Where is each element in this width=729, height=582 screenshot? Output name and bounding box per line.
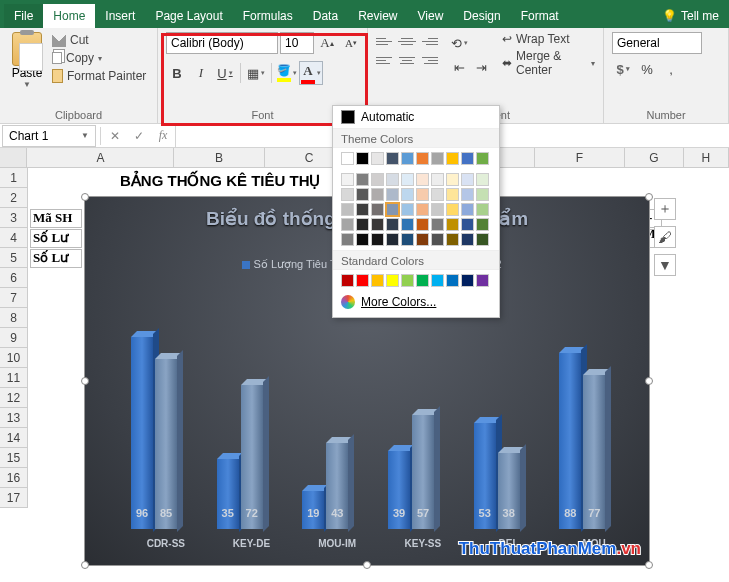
color-swatch[interactable]: [371, 218, 384, 231]
cell-a3[interactable]: Mã SH: [30, 209, 82, 228]
automatic-color-button[interactable]: Automatic: [333, 106, 499, 128]
tab-format[interactable]: Format: [511, 4, 569, 28]
color-swatch[interactable]: [356, 203, 369, 216]
format-painter-button[interactable]: Format Painter: [50, 68, 148, 84]
color-swatch[interactable]: [431, 173, 444, 186]
color-swatch[interactable]: [371, 203, 384, 216]
color-swatch[interactable]: [461, 274, 474, 287]
color-swatch[interactable]: [446, 233, 459, 246]
row-header[interactable]: 6: [0, 268, 28, 288]
color-swatch[interactable]: [356, 173, 369, 186]
color-swatch[interactable]: [431, 233, 444, 246]
row-header[interactable]: 7: [0, 288, 28, 308]
color-swatch[interactable]: [461, 188, 474, 201]
name-box[interactable]: Chart 1▼: [2, 125, 96, 147]
color-swatch[interactable]: [401, 152, 414, 165]
tab-file[interactable]: File: [4, 4, 43, 28]
number-format-combo[interactable]: [612, 32, 702, 54]
color-swatch[interactable]: [386, 274, 399, 287]
paste-button[interactable]: Paste ▼: [8, 32, 46, 89]
row-header[interactable]: 16: [0, 468, 28, 488]
tab-page-layout[interactable]: Page Layout: [145, 4, 232, 28]
wrap-text-button[interactable]: ↩Wrap Text: [502, 32, 595, 46]
comma-button[interactable]: ,: [660, 58, 682, 80]
color-swatch[interactable]: [476, 173, 489, 186]
color-swatch[interactable]: [476, 233, 489, 246]
color-swatch[interactable]: [431, 218, 444, 231]
decrease-indent-button[interactable]: ⇤: [448, 56, 470, 78]
color-swatch[interactable]: [401, 188, 414, 201]
color-swatch[interactable]: [446, 203, 459, 216]
increase-font-button[interactable]: A▴: [316, 32, 338, 54]
tab-review[interactable]: Review: [348, 4, 407, 28]
color-swatch[interactable]: [431, 152, 444, 165]
color-swatch[interactable]: [356, 274, 369, 287]
color-swatch[interactable]: [476, 188, 489, 201]
color-swatch[interactable]: [431, 203, 444, 216]
cell-a4[interactable]: Số Lư: [30, 229, 82, 248]
color-swatch[interactable]: [356, 152, 369, 165]
color-swatch[interactable]: [416, 218, 429, 231]
row-header[interactable]: 4: [0, 228, 28, 248]
color-swatch[interactable]: [416, 188, 429, 201]
color-swatch[interactable]: [341, 233, 354, 246]
color-swatch[interactable]: [461, 233, 474, 246]
color-swatch[interactable]: [386, 152, 399, 165]
tab-data[interactable]: Data: [303, 4, 348, 28]
color-swatch[interactable]: [461, 203, 474, 216]
color-swatch[interactable]: [386, 233, 399, 246]
color-swatch[interactable]: [386, 173, 399, 186]
color-swatch[interactable]: [356, 233, 369, 246]
color-swatch[interactable]: [341, 152, 354, 165]
bold-button[interactable]: B: [166, 62, 188, 84]
color-swatch[interactable]: [371, 152, 384, 165]
row-header[interactable]: 5: [0, 248, 28, 268]
more-colors-button[interactable]: More Colors...: [333, 291, 499, 313]
color-swatch[interactable]: [401, 274, 414, 287]
color-swatch[interactable]: [461, 173, 474, 186]
percent-button[interactable]: %: [636, 58, 658, 80]
row-header[interactable]: 14: [0, 428, 28, 448]
color-swatch[interactable]: [371, 173, 384, 186]
color-swatch[interactable]: [461, 152, 474, 165]
color-swatch[interactable]: [341, 173, 354, 186]
color-swatch[interactable]: [476, 152, 489, 165]
color-swatch[interactable]: [386, 218, 399, 231]
color-swatch[interactable]: [476, 218, 489, 231]
color-swatch[interactable]: [341, 188, 354, 201]
row-header[interactable]: 9: [0, 328, 28, 348]
color-swatch[interactable]: [446, 173, 459, 186]
tab-design[interactable]: Design: [453, 4, 510, 28]
color-swatch[interactable]: [371, 233, 384, 246]
decrease-font-button[interactable]: A▾: [340, 32, 362, 54]
bar-series1[interactable]: [559, 353, 581, 529]
tab-tell-me[interactable]: 💡Tell me: [652, 4, 729, 28]
currency-button[interactable]: $: [612, 58, 634, 80]
color-swatch[interactable]: [401, 173, 414, 186]
color-swatch[interactable]: [446, 152, 459, 165]
color-swatch[interactable]: [446, 188, 459, 201]
cancel-fx-button[interactable]: ✕: [103, 129, 127, 143]
copy-button[interactable]: Copy ▾: [50, 50, 148, 66]
bar-series2[interactable]: [155, 359, 177, 529]
tab-home[interactable]: Home: [43, 4, 95, 28]
color-swatch[interactable]: [341, 218, 354, 231]
increase-indent-button[interactable]: ⇥: [470, 56, 492, 78]
chart-filter-button[interactable]: ▼: [654, 254, 676, 276]
color-swatch[interactable]: [416, 274, 429, 287]
fx-button[interactable]: fx: [151, 128, 175, 143]
chart-style-button[interactable]: 🖌: [654, 226, 676, 248]
row-header[interactable]: 1: [0, 168, 28, 188]
cell-a5[interactable]: Số Lư: [30, 249, 82, 268]
bar-series2[interactable]: [583, 375, 605, 529]
color-swatch[interactable]: [476, 203, 489, 216]
font-size-combo[interactable]: [280, 32, 314, 54]
tab-insert[interactable]: Insert: [95, 4, 145, 28]
color-swatch[interactable]: [341, 203, 354, 216]
underline-button[interactable]: U: [214, 62, 236, 84]
row-headers[interactable]: 1234567891011121314151617: [0, 168, 28, 508]
enter-fx-button[interactable]: ✓: [127, 129, 151, 143]
color-swatch[interactable]: [416, 233, 429, 246]
chart-plot-area[interactable]: 9685CDR-SS3572KEY-DE1943MOU-IM3957KEY-SS…: [115, 302, 629, 529]
color-swatch[interactable]: [461, 218, 474, 231]
